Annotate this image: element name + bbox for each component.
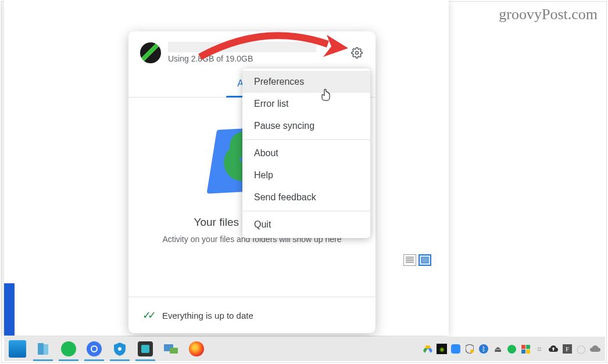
background-window-edge <box>4 283 15 336</box>
svg-marker-14 <box>423 348 428 353</box>
menu-item-error-list[interactable]: Error list <box>242 93 370 115</box>
view-toggle-group <box>403 254 431 266</box>
watermark-text: groovyPost.com <box>499 6 598 23</box>
menu-separator <box>242 211 370 211</box>
svg-point-0 <box>356 51 359 54</box>
menu-item-quit[interactable]: Quit <box>242 214 370 236</box>
menu-item-pause-syncing[interactable]: Pause syncing <box>242 115 370 137</box>
settings-dropdown-menu: Preferences Error list Pause syncing Abo… <box>242 69 370 238</box>
svg-rect-18 <box>526 345 530 349</box>
menu-item-send-feedback[interactable]: Send feedback <box>242 186 370 208</box>
taskbar-firefox-icon[interactable] <box>188 340 205 358</box>
menu-item-about[interactable]: About <box>242 142 370 164</box>
popup-footer: ✓✓ Everything is up to date <box>128 297 375 333</box>
svg-rect-17 <box>521 345 525 349</box>
svg-point-16 <box>470 349 474 353</box>
taskbar-vpn-icon[interactable] <box>111 340 128 358</box>
view-thumbnail-icon[interactable] <box>419 254 431 266</box>
gear-icon[interactable] <box>350 46 364 60</box>
svg-marker-13 <box>425 345 431 348</box>
tray-nvidia-icon[interactable]: ◉ <box>437 344 447 354</box>
svg-rect-6 <box>421 257 428 263</box>
taskbar-remote-pc-icon[interactable] <box>162 340 180 358</box>
storage-usage-text: Using 2.8GB of 19.0GB <box>168 54 350 63</box>
tray-cloud-upload-icon[interactable] <box>548 344 559 354</box>
taskbar-server-icon[interactable] <box>34 340 52 358</box>
taskbar-spotify-icon[interactable] <box>60 340 77 358</box>
system-tray: ◉ ᛒ ⏏ ⌗ F ◯ <box>423 344 600 354</box>
footer-status-text: Everything is up to date <box>162 311 253 320</box>
tray-bluetooth-icon[interactable]: ᛒ <box>478 344 489 354</box>
svg-rect-8 <box>44 344 48 355</box>
taskbar-desktop-icon[interactable] <box>9 340 26 358</box>
svg-marker-15 <box>428 348 432 353</box>
windows-taskbar: ◉ ᛒ ⏏ ⌗ F ◯ <box>4 337 605 361</box>
svg-point-9 <box>118 347 121 351</box>
avatar[interactable] <box>140 42 161 63</box>
user-info-block: Using 2.8GB of 19.0GB <box>168 42 350 63</box>
view-list-icon[interactable] <box>403 254 416 266</box>
taskbar-snagit-icon[interactable] <box>137 340 154 358</box>
tray-powertoys-icon[interactable] <box>520 344 531 354</box>
taskbar-pinned-apps <box>9 340 205 358</box>
tray-feedly-icon[interactable]: F <box>562 344 573 354</box>
tray-shield-icon[interactable] <box>464 344 475 354</box>
user-name-redacted <box>168 42 316 52</box>
menu-item-preferences[interactable]: Preferences <box>242 71 370 93</box>
tray-slack-icon[interactable]: ⌗ <box>534 344 545 354</box>
svg-rect-20 <box>526 349 530 354</box>
svg-rect-11 <box>170 348 178 354</box>
svg-rect-7 <box>38 343 44 355</box>
tray-usb-icon[interactable]: ⏏ <box>492 344 503 354</box>
svg-rect-19 <box>521 349 525 354</box>
tray-circle-icon[interactable]: ◯ <box>576 344 586 354</box>
tray-zoom-icon[interactable] <box>450 344 461 354</box>
tray-drive-icon[interactable] <box>423 344 433 354</box>
menu-separator <box>242 139 370 140</box>
taskbar-signal-icon[interactable] <box>85 340 103 358</box>
tray-spotify-small-icon[interactable] <box>506 344 517 354</box>
tray-onedrive-icon[interactable] <box>590 344 600 354</box>
popup-header: Using 2.8GB of 19.0GB <box>128 31 375 68</box>
menu-item-help[interactable]: Help <box>242 164 370 186</box>
double-check-icon: ✓✓ <box>142 309 153 322</box>
